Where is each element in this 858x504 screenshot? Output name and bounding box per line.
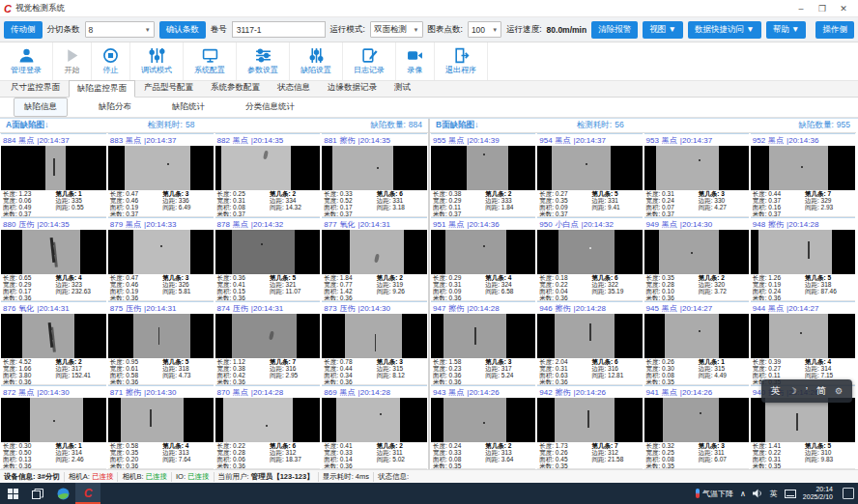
defect-cell[interactable]: 872黑点|20:14:30 长度: 0.30 宽度: 0.50 面积: 0.1… <box>1 385 106 469</box>
ime-simplified-toggle[interactable]: 简 <box>816 384 826 398</box>
run-mode-select[interactable]: 双面检测▼ <box>370 21 423 38</box>
subtab-defect-statistics[interactable]: 缺陷统计 <box>162 98 214 116</box>
defect-image[interactable] <box>322 398 427 442</box>
start-menu-button[interactable] <box>0 483 25 504</box>
touch-keyboard-icon[interactable] <box>785 490 796 498</box>
defect-cell[interactable]: 953黑点|20:14:37 长度: 0.31 宽度: 0.24 面积: 0.0… <box>644 133 749 217</box>
defect-settings-button[interactable]: 缺陷设置 <box>290 42 343 80</box>
defect-image[interactable] <box>1 314 106 358</box>
defect-image[interactable] <box>322 146 427 190</box>
defect-cell[interactable]: 949黑点|20:14:30 长度: 0.35 宽度: 0.28 面积: 0.1… <box>644 217 749 301</box>
ime-english-toggle[interactable]: 英 <box>771 384 781 398</box>
confirm-count-button[interactable]: 确认条数 <box>159 21 206 39</box>
defect-image[interactable] <box>751 398 855 442</box>
defect-cell[interactable]: 881擦伤|20:14:35 长度: 0.33 宽度: 0.52 面积: 0.1… <box>322 133 427 217</box>
defect-cell[interactable]: 875压伤|20:14:31 长度: 0.95 宽度: 0.61 面积: 0.5… <box>108 301 214 385</box>
defect-cell[interactable]: 944黑点|20:14:27 长度: 0.39 宽度: 0.27 面积: 0.1… <box>751 301 855 385</box>
defect-image[interactable] <box>108 230 214 274</box>
defect-image[interactable] <box>108 146 214 190</box>
defect-image[interactable] <box>322 314 427 358</box>
action-center-button[interactable] <box>843 488 854 499</box>
maximize-button[interactable]: ❐ <box>812 4 833 14</box>
defect-cell[interactable]: 883黑点|20:14:37 长度: 0.47 宽度: 0.46 面积: 0.1… <box>108 133 214 217</box>
exit-program-button[interactable]: 退出程序 <box>435 42 488 80</box>
subtab-class-statistics[interactable]: 分类信息统计 <box>236 98 304 116</box>
sort-down-icon[interactable]: ↓ <box>474 120 478 129</box>
subtab-defect-distribution[interactable]: 缺陷分布 <box>89 98 141 116</box>
apostrophe-key[interactable]: ’ <box>806 386 808 397</box>
task-view-button[interactable] <box>25 483 50 504</box>
defect-cell[interactable]: 882黑点|20:14:35 长度: 0.25 宽度: 0.31 面积: 0.0… <box>215 133 321 217</box>
start-button[interactable]: 开始 <box>53 42 92 80</box>
moon-icon[interactable]: ☽ <box>789 386 797 396</box>
defect-cell[interactable]: 951黑点|20:14:36 长度: 0.29 宽度: 0.31 面积: 0.0… <box>431 217 535 301</box>
record-video-button[interactable]: 录像 <box>396 42 435 80</box>
tab-test[interactable]: 测试 <box>386 79 419 97</box>
chart-points-select[interactable]: 100▼ <box>468 21 501 38</box>
browser-taskbar-icon[interactable] <box>50 483 75 504</box>
data-quick-access-button[interactable]: 数据快捷访问 ▼ <box>688 21 761 39</box>
roll-number-input[interactable]: 3117-1 <box>232 21 326 38</box>
taskbar-clock[interactable]: 20:14 2025/2/10 <box>803 486 833 501</box>
tab-status-info[interactable]: 状态信息 <box>269 79 319 97</box>
defect-cell[interactable]: 945黑点|20:14:27 长度: 0.26 宽度: 0.30 面积: 0.0… <box>644 301 749 385</box>
defect-image[interactable] <box>215 398 321 442</box>
defect-cell[interactable]: 955黑点|20:14:39 长度: 0.38 宽度: 0.29 面积: 0.1… <box>431 133 535 217</box>
defect-image[interactable] <box>644 230 749 274</box>
defect-cell[interactable]: 880压伤|20:14:35 长度: 0.65 宽度: 0.29 面积: 0.1… <box>1 217 106 301</box>
defect-cell[interactable]: 947擦伤|20:14:28 长度: 1.58 宽度: 0.23 面积: 0.3… <box>431 301 535 385</box>
defect-cell[interactable]: 871擦伤|20:14:30 长度: 0.58 宽度: 0.35 面积: 0.2… <box>108 385 214 469</box>
defect-image[interactable] <box>431 230 535 274</box>
admin-login-button[interactable]: 管理登录 <box>0 42 53 80</box>
system-config-button[interactable]: 系统配置 <box>184 42 237 80</box>
defect-cell[interactable]: 952黑点|20:14:36 长度: 0.44 宽度: 0.37 面积: 0.1… <box>751 133 855 217</box>
defect-image[interactable] <box>1 230 106 274</box>
defect-image[interactable] <box>1 146 106 190</box>
defect-cell[interactable]: 950小白点|20:14:32 长度: 0.18 宽度: 0.22 面积: 0.… <box>537 217 642 301</box>
defect-image[interactable] <box>215 314 321 358</box>
debug-mode-button[interactable]: 调试模式 <box>130 42 184 80</box>
defect-cell[interactable]: 879黑点|20:14:33 长度: 0.47 宽度: 0.46 面积: 0.1… <box>108 217 214 301</box>
defect-cell[interactable]: 954黑点|20:14:37 长度: 0.27 宽度: 0.35 面积: 0.0… <box>537 133 642 217</box>
defect-image[interactable] <box>537 314 642 358</box>
minimize-button[interactable]: – <box>790 4 812 14</box>
defect-image[interactable] <box>215 230 321 274</box>
gear-icon[interactable]: ⚙ <box>835 386 843 396</box>
defect-cell[interactable]: 948擦伤|20:14:28 长度: 1.26 宽度: 0.19 面积: 0.2… <box>751 217 855 301</box>
sort-down-icon[interactable]: ↓ <box>44 120 48 129</box>
operator-side-button[interactable]: 操作侧 <box>815 21 854 39</box>
defect-cell[interactable]: 878黑点|20:14:32 长度: 0.36 宽度: 0.41 面积: 0.1… <box>215 217 321 301</box>
defect-cell[interactable]: 941黑点|20:14:26 长度: 0.32 宽度: 0.25 面积: 0.0… <box>644 385 749 469</box>
help-menu-button[interactable]: 帮助 ▼ <box>766 21 807 39</box>
defect-image[interactable] <box>751 146 855 190</box>
tab-defect-monitor[interactable]: 缺陷监控界面 <box>69 80 135 98</box>
defect-image[interactable] <box>644 398 749 442</box>
volume-icon[interactable] <box>753 489 763 498</box>
stop-button[interactable]: 停止 <box>92 42 130 80</box>
defect-cell[interactable]: 946擦伤|20:14:28 长度: 2.04 宽度: 0.31 面积: 0.6… <box>537 301 642 385</box>
close-button[interactable]: ✕ <box>833 4 854 14</box>
defect-cell[interactable]: 869黑点|20:14:28 长度: 0.41 宽度: 0.33 面积: 0.1… <box>322 385 427 469</box>
defect-cell[interactable]: 876氧化|20:14:31 长度: 4.52 宽度: 1.66 面积: 3.8… <box>1 301 106 385</box>
defect-cell[interactable]: 873压伤|20:14:30 长度: 0.78 宽度: 0.44 面积: 0.3… <box>322 301 427 385</box>
tab-edge-data-record[interactable]: 边缘数据记录 <box>319 79 386 97</box>
view-menu-button[interactable]: 视图 ▼ <box>643 21 683 39</box>
defect-image[interactable] <box>1 398 106 442</box>
defect-image[interactable] <box>537 398 642 442</box>
defect-image[interactable] <box>537 146 642 190</box>
subtab-defect-info[interactable]: 缺陷信息 <box>14 98 68 117</box>
defect-cell[interactable]: 884黑点|20:14:37 长度: 1.23 宽度: 0.06 面积: 0.4… <box>1 133 106 217</box>
defect-image[interactable] <box>322 230 427 274</box>
defect-cell[interactable]: 870黑点|20:14:28 长度: 0.22 宽度: 0.28 面积: 0.0… <box>215 385 321 469</box>
defect-cell[interactable]: 942擦伤|20:14:26 长度: 1.73 宽度: 0.26 面积: 0.4… <box>537 385 642 469</box>
defect-cell[interactable]: 877氧化|20:14:31 长度: 1.84 宽度: 0.77 面积: 1.4… <box>322 217 427 301</box>
defect-image[interactable] <box>431 314 535 358</box>
log-record-button[interactable]: 日志记录 <box>343 42 396 80</box>
tray-expand-chevron[interactable]: ∧ <box>740 490 746 498</box>
defect-cell[interactable]: 943黑点|20:14:26 长度: 0.24 宽度: 0.33 面积: 0.0… <box>431 385 535 469</box>
defect-image[interactable] <box>751 314 855 358</box>
clear-alarm-button[interactable]: 清除报警 <box>591 21 638 39</box>
defect-image[interactable] <box>644 146 749 190</box>
defect-image[interactable] <box>108 314 214 358</box>
defect-image[interactable] <box>215 146 321 190</box>
